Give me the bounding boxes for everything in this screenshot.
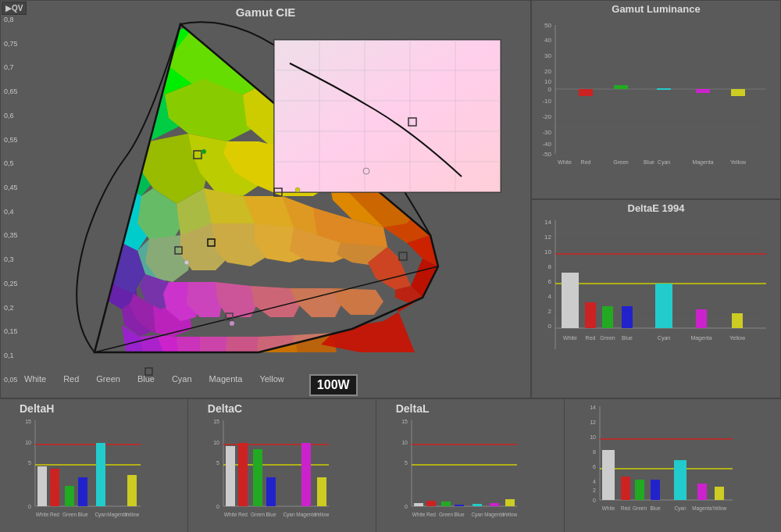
svg-text:0: 0 [593, 498, 596, 503]
svg-rect-210 [414, 503, 423, 506]
deltah-panel: DeltaH 15 10 5 0 [0, 399, 188, 532]
gamut-cie-title: Gamut CIE [1, 2, 530, 22]
svg-text:15: 15 [25, 419, 31, 424]
svg-text:White: White [412, 512, 425, 517]
svg-text:White: White [558, 159, 572, 165]
svg-text:Magenta: Magenta [296, 512, 316, 518]
deltah-chart: 15 10 5 0 [20, 416, 144, 530]
svg-text:Cyan: Cyan [658, 335, 670, 341]
deltae-chart: 14 12 10 8 6 4 2 0 [532, 216, 774, 369]
svg-text:14: 14 [544, 219, 551, 226]
svg-rect-149 [622, 306, 633, 328]
svg-text:10: 10 [544, 248, 551, 255]
svg-text:0: 0 [405, 504, 408, 509]
right-panels: Gamut Luminance 50 40 30 20 10 0 -10 -20… [531, 0, 781, 398]
svg-text:10: 10 [25, 440, 31, 445]
svg-rect-171 [78, 477, 87, 506]
svg-rect-172 [96, 443, 105, 506]
deltae-panel: DeltaE 1994 14 12 10 8 6 4 2 0 [531, 199, 781, 398]
svg-rect-150 [655, 284, 672, 328]
svg-rect-242 [715, 487, 724, 500]
svg-text:30: 30 [544, 52, 551, 59]
svg-text:Cyan: Cyan [95, 512, 107, 518]
svg-rect-216 [505, 499, 515, 506]
svg-text:4: 4 [548, 293, 552, 300]
svg-text:Magenta: Magenta [692, 505, 712, 512]
svg-text:0: 0 [216, 504, 219, 509]
svg-text:Cyan: Cyan [674, 505, 686, 512]
cie-color-labels: White Red Green Blue Cyan Magenta Yellow… [24, 374, 366, 396]
svg-rect-214 [473, 504, 482, 506]
svg-text:-40: -40 [542, 141, 551, 148]
svg-text:Yellow: Yellow [711, 505, 726, 511]
deltae-title: DeltaE 1994 [532, 200, 780, 216]
svg-text:Red: Red [621, 505, 630, 511]
svg-rect-80 [274, 40, 501, 192]
svg-rect-192 [266, 477, 276, 506]
main-container: Gamut CIE 0,8 0,75 0,7 0,65 0,6 0,55 0,5… [0, 0, 781, 532]
svg-rect-241 [697, 484, 707, 500]
svg-text:15: 15 [213, 419, 219, 424]
svg-rect-236 [602, 450, 615, 500]
svg-text:White: White [36, 512, 49, 517]
svg-text:-30: -30 [542, 129, 551, 136]
svg-text:-10: -10 [542, 98, 551, 105]
svg-text:8: 8 [548, 263, 552, 270]
svg-text:Red: Red [581, 159, 591, 165]
svg-text:2: 2 [593, 487, 596, 493]
svg-text:Magenta: Magenta [484, 512, 505, 518]
svg-rect-194 [317, 477, 326, 506]
svg-text:Red: Red [426, 512, 436, 517]
svg-text:12: 12 [590, 420, 596, 425]
svg-rect-212 [441, 502, 451, 506]
svg-text:20: 20 [544, 68, 551, 75]
svg-text:-20: -20 [542, 113, 551, 120]
gamut-luminance-chart: 50 40 30 20 10 0 -10 -20 -30 -40 -50 [532, 17, 774, 170]
svg-text:Red: Red [586, 335, 596, 341]
svg-text:Cyan: Cyan [471, 512, 483, 518]
gamut-luminance-title: Gamut Luminance [532, 1, 780, 17]
svg-text:Red: Red [50, 512, 59, 517]
svg-text:Yellow: Yellow [315, 512, 330, 517]
svg-text:Magenta: Magenta [692, 159, 713, 166]
svg-text:6: 6 [548, 278, 552, 285]
svg-text:Blue: Blue [266, 512, 276, 517]
svg-rect-173 [127, 475, 137, 506]
logo-icon: ▶ [5, 4, 12, 12]
svg-text:-50: -50 [542, 151, 551, 158]
svg-text:10: 10 [401, 440, 408, 445]
svg-rect-148 [602, 306, 613, 328]
svg-rect-189 [226, 446, 235, 506]
svg-rect-238 [635, 480, 644, 500]
svg-point-91 [230, 321, 234, 326]
svg-text:5: 5 [28, 460, 31, 466]
svg-rect-190 [238, 443, 248, 506]
logo-text: QV [12, 4, 23, 12]
svg-text:Red: Red [238, 512, 248, 517]
svg-text:Yellow: Yellow [502, 512, 517, 517]
svg-text:Cyan: Cyan [283, 512, 295, 518]
gamut-luminance-panel: Gamut Luminance 50 40 30 20 10 0 -10 -20… [531, 0, 781, 199]
svg-rect-170 [65, 486, 74, 506]
svg-rect-168 [37, 466, 47, 506]
svg-rect-239 [651, 480, 660, 500]
svg-text:5: 5 [216, 460, 219, 466]
svg-rect-151 [696, 309, 707, 328]
svg-text:8: 8 [593, 449, 596, 455]
svg-point-92 [295, 187, 300, 192]
svg-text:40: 40 [544, 37, 551, 44]
svg-text:0: 0 [548, 323, 552, 330]
svg-text:4: 4 [593, 479, 596, 484]
svg-text:Cyan: Cyan [658, 159, 670, 166]
deltal-title: DeltaL [396, 402, 562, 415]
svg-rect-152 [732, 313, 743, 328]
svg-rect-215 [490, 503, 499, 506]
svg-text:Blue: Blue [622, 335, 633, 341]
svg-text:Green: Green [633, 505, 647, 511]
deltah-title: DeltaH [20, 402, 186, 415]
svg-rect-213 [455, 505, 464, 506]
svg-rect-169 [50, 469, 59, 506]
svg-text:Green: Green [613, 159, 629, 165]
svg-marker-63 [200, 337, 227, 352]
y-axis: 0,8 0,75 0,7 0,65 0,6 0,55 0,5 0,45 0,4 … [4, 16, 18, 384]
